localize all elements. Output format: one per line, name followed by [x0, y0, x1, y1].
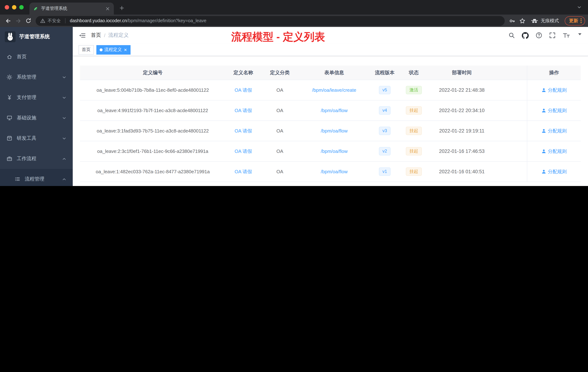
table-header-row: 定义编号 定义名称 定义分类 表单信息 流程版本 状态 部署时间 操作 — [80, 66, 581, 80]
search-icon[interactable] — [508, 32, 515, 39]
hamburger-icon[interactable] — [79, 32, 86, 38]
page-content: 定义编号 定义名称 定义分类 表单信息 流程版本 状态 部署时间 操作 oa_l… — [73, 56, 588, 186]
sidebar-item-process-mgmt[interactable]: 流程管理 — [0, 169, 73, 186]
deploy-time: 2022-01-22 21:48:38 — [428, 80, 496, 100]
url-host: dashboard.yudao.iocoder.cn — [70, 18, 127, 23]
definition-table: 定义编号 定义名称 定义分类 表单信息 流程版本 状态 部署时间 操作 oa_l… — [80, 66, 581, 182]
font-size-icon[interactable] — [563, 32, 570, 38]
update-label: 更新 — [569, 18, 578, 24]
security-warning-icon[interactable] — [40, 18, 45, 23]
version-badge: v3 — [379, 127, 390, 135]
definition-category: OA — [261, 141, 299, 161]
breadcrumb-separator: / — [104, 33, 105, 38]
definition-category: OA — [261, 162, 299, 182]
bookmark-star-icon[interactable] — [517, 16, 527, 26]
annotation-text: 流程模型 - 定义列表 — [231, 30, 325, 44]
sidebar-item-infra[interactable]: 基础设施 — [0, 108, 73, 128]
sidebar-item-system[interactable]: 系统管理 — [0, 67, 73, 87]
status-badge: 挂起 — [406, 147, 422, 155]
home-icon — [7, 54, 12, 60]
form-link[interactable]: /bpm/oa/flow — [321, 128, 347, 134]
definition-name-link[interactable]: OA 请假 — [235, 148, 252, 154]
sidebar-item-payment[interactable]: 支付管理 — [0, 87, 73, 108]
column-header: 部署时间 — [428, 66, 496, 80]
incognito-label: 无痕模式 — [541, 18, 559, 24]
column-header: 定义分类 — [261, 66, 299, 80]
list-icon — [15, 176, 20, 182]
form-link[interactable]: /bpm/oa/leave/create — [312, 87, 356, 93]
browser-toolbar: 不安全 dashboard.yudao.iocoder.cn/bpm/manag… — [0, 15, 588, 27]
back-button[interactable] — [3, 16, 13, 26]
tab-close-icon[interactable] — [105, 6, 110, 11]
table-row: oa_leave:4:991f2193-7b7f-11ec-a3c8-acde4… — [80, 100, 581, 121]
form-link[interactable]: /bpm/oa/flow — [321, 149, 347, 154]
assign-rule-link[interactable]: 分配规则 — [541, 128, 567, 134]
reload-button[interactable] — [23, 16, 33, 26]
new-tab-button[interactable] — [117, 3, 127, 13]
github-icon[interactable] — [522, 32, 529, 39]
browser-tab[interactable]: 芋道管理系统 — [30, 2, 114, 15]
table-row: oa_leave:3:1fad3d93-7b75-11ec-a3c8-acde4… — [80, 121, 581, 141]
tag-process-definition[interactable]: 流程定义 — [96, 45, 131, 55]
breadcrumb-home[interactable]: 首页 — [91, 32, 101, 39]
address-bar[interactable]: 不安全 dashboard.yudao.iocoder.cn/bpm/manag… — [36, 16, 505, 26]
status-badge: 挂起 — [406, 106, 422, 115]
status-badge: 挂起 — [406, 167, 422, 176]
password-key-icon[interactable] — [507, 16, 517, 26]
close-window-button[interactable] — [5, 5, 9, 10]
maximize-window-button[interactable] — [19, 5, 24, 10]
definition-category: OA — [261, 100, 299, 120]
help-icon[interactable] — [536, 32, 542, 39]
deploy-time: 2022-01-22 20:34:10 — [428, 100, 496, 120]
tag-close-icon[interactable] — [124, 48, 127, 52]
gear-icon — [7, 74, 12, 80]
row-spacer — [496, 141, 527, 161]
definition-name-link[interactable]: OA 请假 — [235, 128, 252, 134]
table-row: oa_leave:5:004b710b-7b8a-11ec-8ef0-acde4… — [80, 80, 581, 100]
favicon-icon — [33, 6, 38, 11]
breadcrumb-current: 流程定义 — [108, 32, 129, 39]
fullscreen-icon[interactable] — [549, 32, 556, 39]
column-header: 操作 — [527, 66, 581, 80]
definition-id: oa_leave:3:1fad3d93-7b75-11ec-a3c8-acde4… — [80, 121, 225, 141]
form-link[interactable]: /bpm/oa/flow — [321, 108, 347, 113]
minimize-window-button[interactable] — [12, 5, 16, 10]
window-controls — [0, 5, 30, 15]
menu-dots-icon — [580, 18, 582, 24]
assign-rule-link[interactable]: 分配规则 — [541, 168, 567, 175]
column-header: 表单信息 — [299, 66, 370, 80]
assign-rule-link[interactable]: 分配规则 — [541, 107, 567, 114]
sidebar-item-workflow[interactable]: 工作流程 — [0, 149, 73, 169]
person-icon — [541, 149, 546, 153]
sidebar-item-home[interactable]: 首页 — [0, 47, 73, 67]
security-label: 不安全 — [48, 18, 61, 24]
sidebar-item-devtools[interactable]: 研发工具 — [0, 128, 73, 149]
logo-avatar — [5, 31, 16, 42]
definition-name-link[interactable]: OA 请假 — [235, 168, 252, 175]
url-path: /bpm/manager/definition?key=oa_leave — [127, 18, 206, 23]
tag-home[interactable]: 首页 — [79, 45, 94, 55]
yen-icon — [7, 95, 12, 100]
app-title: 芋道管理系统 — [19, 33, 50, 40]
definition-name-link[interactable]: OA 请假 — [235, 107, 252, 114]
deploy-time: 2022-01-22 19:19:11 — [428, 121, 496, 141]
app-navbar: 首页 / 流程定义 — [73, 27, 588, 44]
person-icon — [541, 108, 546, 113]
assign-rule-link[interactable]: 分配规则 — [541, 148, 567, 154]
sidebar-logo[interactable]: 芋道管理系统 — [0, 27, 73, 47]
row-spacer — [496, 100, 527, 120]
version-badge: v5 — [379, 86, 390, 94]
column-header-spacer — [496, 66, 527, 80]
tab-search-chevron-icon[interactable] — [574, 2, 584, 12]
definition-id: oa_leave:5:004b710b-7b8a-11ec-8ef0-acde4… — [80, 80, 225, 100]
forward-button[interactable] — [13, 16, 23, 26]
definition-name-link[interactable]: OA 请假 — [235, 87, 252, 93]
browser-tabstrip: 芋道管理系统 — [0, 0, 588, 15]
navbar-icons — [508, 32, 582, 39]
assign-rule-link[interactable]: 分配规则 — [541, 87, 567, 93]
form-link[interactable]: /bpm/oa/flow — [321, 169, 347, 174]
browser-update-button[interactable]: 更新 — [565, 16, 585, 25]
row-spacer — [496, 121, 527, 141]
definition-id: oa_leave:2:3c1f0ef1-76b1-11ec-9c66-a2380… — [80, 141, 225, 161]
status-badge: 挂起 — [406, 127, 422, 135]
